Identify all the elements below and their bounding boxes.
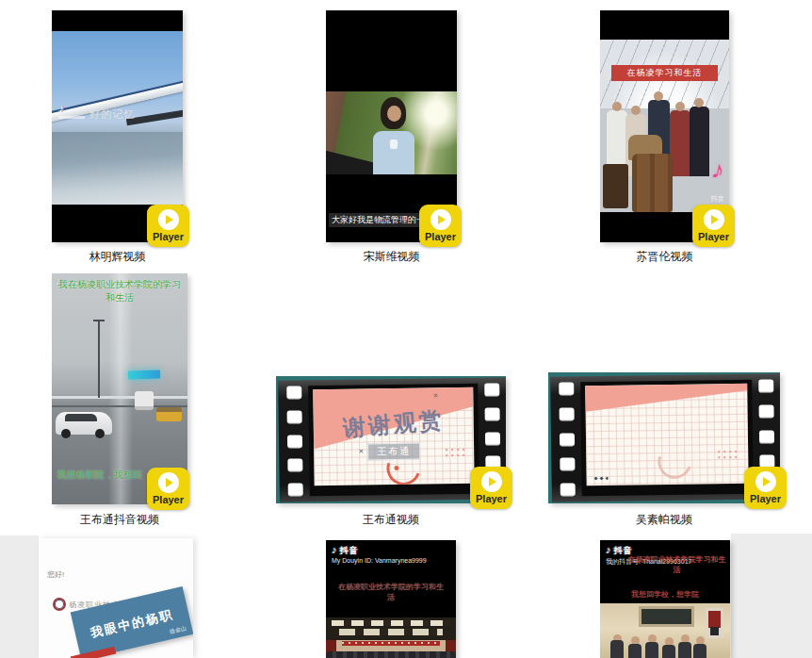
video-thumbnail-xu-slide[interactable]: 您好! 杨凌职业技术学院 我眼中的杨职 徐金山 xyxy=(39,538,193,658)
audience xyxy=(326,651,456,658)
video-caption: 宋斯维视频 xyxy=(326,250,457,264)
video-wish-text: 我想回学校，想学院 xyxy=(600,589,730,600)
school-logo xyxy=(53,598,66,611)
tiktok-icon: ♪ xyxy=(58,102,64,115)
video-overlay-text: 在杨凌职业技术学院的学习和生活 xyxy=(335,582,447,602)
play-icon xyxy=(481,471,502,492)
thanks-slide: × × 谢谢观赏 王布通 xyxy=(313,387,474,485)
video-letterbox-right xyxy=(731,534,812,658)
tiktok-logo: ♪抖音 xyxy=(332,544,359,557)
player-button[interactable]: Player xyxy=(692,205,735,247)
video-thumbnail-thanal-douyin[interactable]: ♪抖音 我的抖音号: Thanal29963017 在杨凌职业技术学院学习和生活… xyxy=(600,540,730,658)
girl-portrait-scene xyxy=(326,91,457,174)
player-button[interactable]: Player xyxy=(147,205,189,247)
billboard xyxy=(127,370,159,379)
author-signature: 徐金山 xyxy=(169,624,187,636)
wall-poster xyxy=(706,608,723,638)
slide-banner: 我眼中的杨职 徐金山 xyxy=(71,586,193,658)
grid-slide xyxy=(585,384,748,485)
video-caption: 苏晋伦视频 xyxy=(600,250,729,264)
video-overlay-text: 在杨凌职业技术学院学习和生活 xyxy=(626,554,727,575)
video-subtitle: 大家好我是物流管理的一 xyxy=(329,213,428,227)
video-overlay-text-bottom: 我想杨职院，我想回 xyxy=(57,469,142,482)
video-caption: 吴素帕视频 xyxy=(548,513,780,527)
video-thumbnail-van-douyin[interactable]: ♪抖音 My Douyin ID: Vanmarynea9999 在杨凌职业技术… xyxy=(326,540,456,658)
video-banner-text: 在杨凌学习和生活 xyxy=(611,65,717,81)
smile-doodle xyxy=(652,438,697,484)
music-note-sticker: ♪ xyxy=(708,155,726,186)
conference-hall-scene xyxy=(326,617,456,658)
slide-title: 我眼中的杨职 xyxy=(74,602,190,645)
stage-banner xyxy=(342,641,441,646)
play-icon xyxy=(158,472,179,493)
play-icon xyxy=(158,209,179,230)
x-doodle: × xyxy=(433,390,438,400)
video-overlay-text: 好的记忆 xyxy=(89,107,135,122)
video-caption: 林明辉视频 xyxy=(52,250,183,264)
player-button[interactable]: Player xyxy=(470,467,512,509)
tiktok-icon: ♪ xyxy=(56,275,61,287)
airport-group-scene: 在杨凌学习和生活 ♪ 抖音 xyxy=(600,40,729,212)
book-icon xyxy=(163,573,179,588)
douyin-id-text: My Douyin ID: Vanmarynea9999 xyxy=(332,557,427,564)
player-button[interactable]: Player xyxy=(419,205,462,247)
player-button[interactable]: Player xyxy=(147,468,189,510)
play-icon xyxy=(430,209,451,230)
video-letterbox-left xyxy=(0,535,39,658)
video-gallery-page: ♪ 好的记忆 Player 林明辉视频 大家好我是物流管理的一 Player 宋… xyxy=(0,0,812,658)
classroom-group-scene xyxy=(600,603,730,658)
x-doodle: × xyxy=(359,447,364,456)
play-icon xyxy=(704,209,724,230)
player-button[interactable]: Player xyxy=(744,467,787,509)
tiktok-watermark: 抖音 xyxy=(711,194,724,204)
slide-greeting: 您好! xyxy=(47,569,64,580)
video-overlay-text-top: 我在杨凌职业技术学院的学习和生活 xyxy=(57,278,183,304)
video-caption: 王布通视频 xyxy=(276,513,506,527)
airplane-wing-scene: ♪ 好的记忆 xyxy=(52,31,183,205)
video-caption: 王布通抖音视频 xyxy=(52,513,187,527)
play-icon xyxy=(755,471,776,492)
